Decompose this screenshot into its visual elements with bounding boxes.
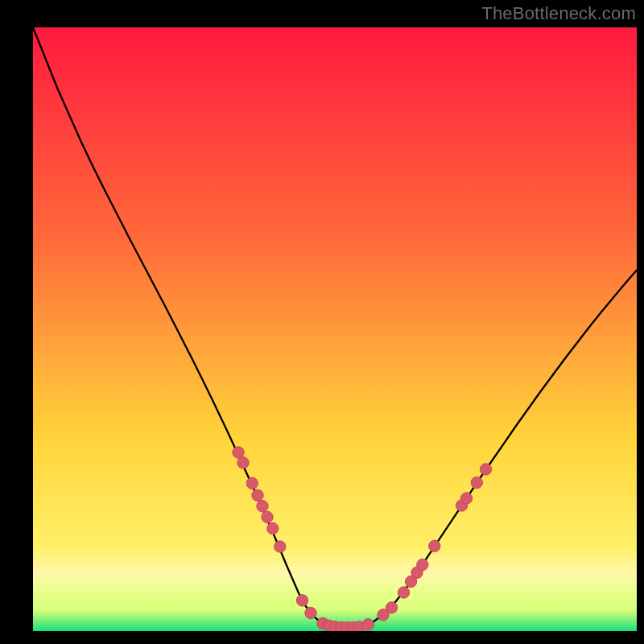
watermark-label: TheBottleneck.com [481,3,636,24]
data-dot [362,619,374,630]
data-dot [398,587,409,598]
data-dot [480,464,491,475]
chart-background [33,27,637,631]
data-dot [237,457,249,469]
data-dot [417,559,428,570]
data-dot [246,477,258,489]
data-dot [305,607,316,618]
chart-frame: TheBottleneck.com [0,0,644,644]
data-dot [257,501,268,512]
data-dot [275,541,286,552]
data-dot [267,522,279,534]
data-dot [233,447,244,458]
data-dot [296,595,308,606]
data-dot [429,540,440,551]
data-dot [471,477,482,488]
data-dot [460,493,472,504]
data-dot [386,602,397,613]
data-dot [262,511,273,522]
data-dot [252,489,263,501]
bottleneck-chart [33,27,637,631]
